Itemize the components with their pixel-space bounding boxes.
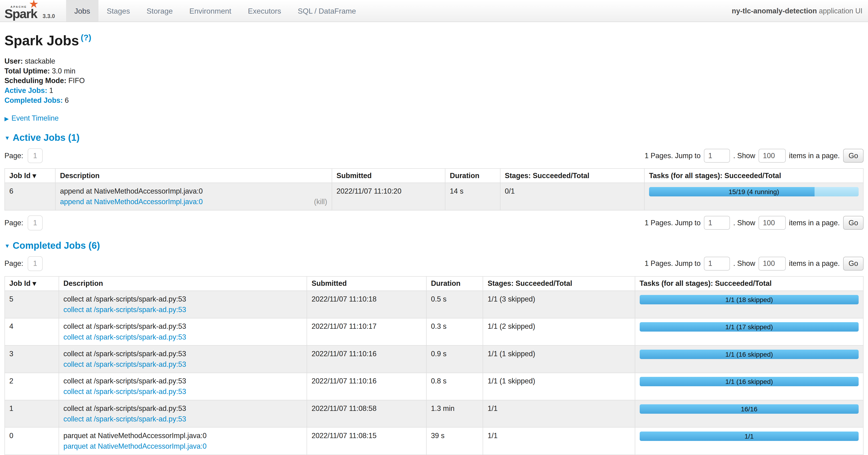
- col-job-id[interactable]: Job Id ▾: [5, 277, 59, 291]
- go-button[interactable]: Go: [843, 149, 864, 163]
- page-input[interactable]: [28, 256, 43, 271]
- description-text: collect at /spark-scripts/spark-ad.py:53: [64, 377, 302, 385]
- tasks-progress-bar: 15/19 (4 running): [649, 187, 859, 196]
- jump-to-input[interactable]: [704, 216, 730, 230]
- page-size-input[interactable]: [758, 257, 786, 271]
- completed-job-row: 2 collect at /spark-scripts/spark-ad.py:…: [5, 373, 863, 400]
- page-selector: Page:: [4, 256, 43, 271]
- job-id-cell: 6: [5, 183, 55, 210]
- stages-cell: 1/1 (2 skipped): [483, 318, 635, 345]
- description-link[interactable]: collect at /spark-scripts/spark-ad.py:53: [64, 333, 186, 341]
- jump-to-input[interactable]: [704, 257, 730, 271]
- page-size-input[interactable]: [758, 216, 786, 230]
- submitted-cell: 2022/11/07 11:08:15: [307, 427, 426, 455]
- description-link[interactable]: collect at /spark-scripts/spark-ad.py:53: [64, 388, 186, 396]
- job-id-cell: 2: [5, 373, 59, 400]
- job-id-cell: 3: [5, 345, 59, 373]
- spark-version-label: 3.3.0: [43, 13, 55, 21]
- completed-job-row: 3 collect at /spark-scripts/spark-ad.py:…: [5, 345, 863, 373]
- description-link[interactable]: collect at /spark-scripts/spark-ad.py:53: [64, 360, 186, 369]
- tasks-progress-bar: 1/1: [640, 431, 859, 441]
- active-job-row: 6 append at NativeMethodAccessorImpl.jav…: [5, 183, 863, 210]
- description-link[interactable]: collect at /spark-scripts/spark-ad.py:53: [64, 306, 186, 314]
- tasks-progress-bar: 1/1 (16 skipped): [640, 350, 859, 359]
- summary-scheduling-mode: Scheduling Mode: FIFO: [4, 76, 864, 86]
- submitted-cell: 2022/11/07 11:10:17: [307, 318, 426, 345]
- col-submitted[interactable]: Submitted: [307, 277, 426, 291]
- pages-count-text: 1 Pages. Jump to: [645, 259, 701, 268]
- user-label: User:: [4, 57, 23, 65]
- col-tasks[interactable]: Tasks (for all stages): Succeeded/Total: [635, 277, 863, 291]
- tab-environment[interactable]: Environment: [181, 0, 240, 22]
- help-link[interactable]: (?): [81, 33, 91, 42]
- tab-stages[interactable]: Stages: [98, 0, 138, 22]
- active-jobs-section-header[interactable]: ▼Active Jobs (1): [4, 132, 864, 143]
- page-input[interactable]: [28, 216, 43, 230]
- completed-jobs-link[interactable]: Completed Jobs:: [4, 96, 63, 105]
- main-content: Spark Jobs(?) User: stackable Total Upti…: [0, 33, 868, 455]
- duration-cell: 0.9 s: [426, 345, 483, 373]
- duration-cell: 14 s: [445, 183, 500, 210]
- description-link[interactable]: collect at /spark-scripts/spark-ad.py:53: [64, 415, 186, 423]
- description-text: append at NativeMethodAccessorImpl.java:…: [60, 187, 327, 196]
- submitted-cell: 2022/11/07 11:08:58: [307, 400, 426, 427]
- tasks-progress-bar: 1/1 (16 skipped): [640, 377, 859, 386]
- col-submitted[interactable]: Submitted: [332, 169, 445, 183]
- job-id-cell: 1: [5, 400, 59, 427]
- col-stages[interactable]: Stages: Succeeded/Total: [483, 277, 635, 291]
- tab-jobs[interactable]: Jobs: [66, 0, 98, 22]
- description-link[interactable]: parquet at NativeMethodAccessorImpl.java…: [64, 442, 207, 451]
- page-jump-controls: 1 Pages. Jump to . Show items in a page.…: [645, 216, 864, 230]
- items-text: items in a page.: [789, 219, 840, 227]
- application-title-suffix: application UI: [817, 7, 862, 15]
- stages-cell: 0/1: [500, 183, 644, 210]
- col-duration[interactable]: Duration: [426, 277, 483, 291]
- top-navbar: APACHE Spark ★ 3.3.0 Jobs Stages Storage…: [0, 0, 868, 22]
- active-jobs-pagination-top: Page: 1 Pages. Jump to . Show items in a…: [4, 148, 864, 163]
- stages-cell: 1/1 (3 skipped): [483, 291, 635, 318]
- col-job-id[interactable]: Job Id ▾: [5, 169, 55, 183]
- page-size-input[interactable]: [758, 149, 786, 163]
- progress-label: 1/1 (17 skipped): [640, 322, 859, 332]
- page-input[interactable]: [28, 148, 43, 163]
- summary-uptime: Total Uptime: 3.0 min: [4, 66, 864, 76]
- kill-link[interactable]: (kill): [314, 198, 327, 206]
- application-title: ny-tlc-anomaly-detection application UI: [732, 0, 868, 22]
- progress-label: 15/19 (4 running): [649, 187, 859, 196]
- completed-jobs-section-header[interactable]: ▼Completed Jobs (6): [4, 240, 864, 251]
- tab-storage[interactable]: Storage: [138, 0, 181, 22]
- completed-job-row: 1 collect at /spark-scripts/spark-ad.py:…: [5, 400, 863, 427]
- tasks-cell: 1/1 (16 skipped): [635, 373, 863, 400]
- jump-to-input[interactable]: [704, 149, 730, 163]
- col-description[interactable]: Description: [55, 169, 332, 183]
- submitted-cell: 2022/11/07 11:10:20: [332, 183, 445, 210]
- items-text: items in a page.: [789, 151, 840, 160]
- go-button[interactable]: Go: [843, 216, 864, 230]
- tab-sql-dataframe[interactable]: SQL / DataFrame: [289, 0, 364, 22]
- nav-tabs: Jobs Stages Storage Environment Executor…: [66, 0, 365, 22]
- tasks-progress-bar: 1/1 (18 skipped): [640, 295, 859, 304]
- active-jobs-link[interactable]: Active Jobs:: [4, 86, 47, 94]
- spark-star-icon: ★: [29, 0, 39, 10]
- description-text: collect at /spark-scripts/spark-ad.py:53: [64, 350, 302, 358]
- page-label: Page:: [4, 219, 23, 227]
- col-duration[interactable]: Duration: [445, 169, 500, 183]
- scheduling-mode-value: FIFO: [68, 77, 85, 85]
- col-tasks[interactable]: Tasks (for all stages): Succeeded/Total: [644, 169, 863, 183]
- tasks-cell: 15/19 (4 running): [644, 183, 863, 210]
- go-button[interactable]: Go: [843, 257, 864, 271]
- active-jobs-pagination-bottom: Page: 1 Pages. Jump to . Show items in a…: [4, 216, 864, 230]
- page-jump-controls: 1 Pages. Jump to . Show items in a page.…: [645, 257, 864, 271]
- page-title-text: Spark Jobs: [4, 33, 79, 48]
- summary-user: User: stackable: [4, 56, 864, 66]
- duration-cell: 0.3 s: [426, 318, 483, 345]
- stages-cell: 1/1 (1 skipped): [483, 373, 635, 400]
- description-link[interactable]: append at NativeMethodAccessorImpl.java:…: [60, 198, 203, 206]
- col-description[interactable]: Description: [59, 277, 307, 291]
- stages-cell: 1/1: [483, 400, 635, 427]
- event-timeline-toggle[interactable]: ▶Event Timeline: [4, 114, 864, 122]
- completed-job-row: 5 collect at /spark-scripts/spark-ad.py:…: [5, 291, 863, 318]
- col-stages[interactable]: Stages: Succeeded/Total: [500, 169, 644, 183]
- spark-logo[interactable]: APACHE Spark ★ 3.3.0: [0, 0, 59, 22]
- tab-executors[interactable]: Executors: [240, 0, 289, 22]
